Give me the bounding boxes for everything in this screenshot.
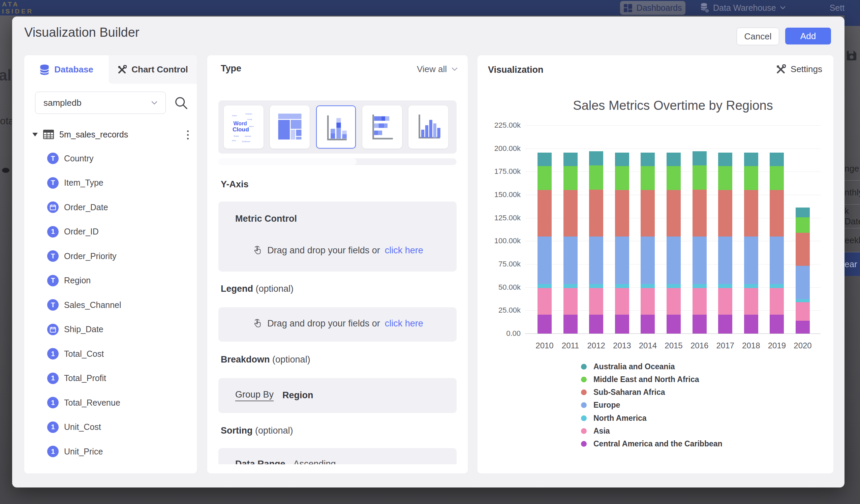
bar-segment-2020 — [796, 217, 810, 232]
field-row-order_id[interactable]: 1Order_ID — [47, 226, 99, 237]
tab-database-label: Database — [54, 64, 94, 75]
search-icon[interactable] — [175, 96, 188, 110]
chart-title: Sales Metrics Overtime by Regions — [521, 98, 825, 113]
bar-segment-2012 — [589, 190, 603, 236]
legend-color-dot — [581, 415, 587, 421]
bar-segment-2011 — [563, 166, 578, 190]
horizontal-scrollbar[interactable] — [218, 158, 457, 165]
bar-segment-2016 — [692, 236, 707, 284]
y-axis-tick-label: 225.00k — [477, 121, 521, 130]
background-menu-item[interactable]: k Date — [845, 204, 860, 228]
nav-data-warehouse[interactable]: Data Warehouse — [700, 0, 786, 15]
table-options-kebab-icon[interactable] — [185, 128, 190, 142]
legend-dropzone[interactable]: Drag and drop your fields or click here — [218, 307, 457, 342]
field-row-ship_date[interactable]: Ship_Date — [47, 324, 103, 335]
app-logo: ATA ISIDER — [2, 1, 33, 15]
chart-type-stacked-column[interactable] — [316, 105, 356, 148]
stacked-bar-icon — [369, 109, 396, 145]
background-menu-item[interactable]: nge — [845, 157, 860, 181]
legend-label: Legend — [221, 284, 253, 294]
bar-segment-2014 — [641, 315, 655, 333]
chevron-down-icon — [151, 101, 157, 105]
database-icon — [40, 64, 49, 75]
date-field-icon — [47, 201, 59, 213]
chart-type-stacked-bar[interactable] — [362, 105, 402, 148]
y-axis-heading: Y-Axis — [221, 179, 249, 190]
bar-segment-2011 — [563, 153, 578, 166]
sorting-direction-label[interactable]: Ascending — [293, 459, 336, 464]
legend-item[interactable]: North America — [581, 412, 647, 424]
caret-down-icon[interactable] — [32, 133, 38, 136]
field-row-order_date[interactable]: Order_Date — [47, 201, 108, 213]
sorting-optional-label: (optional) — [255, 426, 293, 436]
group-by-row[interactable]: Group By Region — [235, 389, 313, 401]
sorting-label: Sorting — [221, 426, 253, 436]
background-menu-item[interactable]: nthly — [845, 181, 860, 204]
legend-item[interactable]: Central America and the Caribbean — [581, 438, 722, 450]
field-row-country[interactable]: TCountry — [47, 153, 94, 164]
field-row-sales_channel[interactable]: TSales_Channel — [47, 299, 121, 311]
field-row-total_cost[interactable]: 1Total_Cost — [47, 348, 104, 359]
field-row-total_profit[interactable]: 1Total_Profit — [47, 373, 106, 384]
field-name: Region — [64, 276, 91, 285]
legend-color-dot — [581, 377, 587, 383]
bar-segment-2018 — [744, 236, 758, 284]
bar-segment-2013 — [615, 166, 629, 190]
bar-segment-2012 — [589, 236, 603, 284]
bar-segment-2020 — [796, 233, 810, 266]
type-section-heading: Type — [221, 63, 241, 74]
gridline — [525, 125, 820, 126]
bar-segment-2012 — [589, 151, 603, 166]
y-axis-tick-label: 75.00k — [477, 260, 521, 269]
field-row-total_revenue[interactable]: 1Total_Revenue — [47, 397, 120, 408]
bar-segment-2018 — [744, 315, 758, 333]
field-row-item_type[interactable]: TItem_Type — [47, 177, 103, 189]
group-by-value[interactable]: Region — [282, 390, 313, 401]
click-here-link[interactable]: click here — [385, 318, 423, 329]
database-select[interactable]: sampledb — [35, 92, 166, 114]
cancel-button[interactable]: Cancel — [737, 28, 779, 45]
tab-database[interactable]: Database — [24, 55, 109, 84]
table-tree-row[interactable]: 5m_sales_records — [32, 127, 128, 142]
view-all-dropdown[interactable]: View all — [417, 64, 458, 74]
bar-segment-2014 — [641, 166, 655, 190]
chart-type-word-cloud[interactable]: WordCloudirwesKelelsnmrsgswnnRckklzwmanp… — [224, 105, 263, 148]
sorting-field-label[interactable]: Data Range — [235, 459, 285, 464]
field-row-region[interactable]: TRegion — [47, 275, 91, 286]
background-menu-item[interactable]: ear — [845, 252, 860, 276]
background-text-fragment: al — [0, 66, 12, 84]
field-row-order_priority[interactable]: TOrder_Priority — [47, 250, 117, 262]
field-name: Order_Date — [64, 202, 108, 212]
tap-hand-icon — [252, 318, 262, 329]
gridline — [525, 333, 820, 334]
sorting-row[interactable]: Data Range Ascending — [235, 459, 336, 464]
chart-settings-button[interactable]: Settings — [776, 64, 822, 74]
field-row-unit_price[interactable]: 1Unit_Price — [47, 446, 103, 457]
group-by-label[interactable]: Group By — [235, 389, 274, 401]
legend-item[interactable]: Europe — [581, 399, 620, 412]
legend-optional-label: (optional) — [256, 284, 294, 294]
histogram-icon — [415, 109, 442, 145]
legend-item[interactable]: Australia and Oceania — [581, 360, 675, 373]
chart-type-treemap[interactable] — [270, 105, 310, 148]
field-row-unit_cost[interactable]: 1Unit_Cost — [47, 421, 101, 433]
save-icon[interactable] — [846, 50, 857, 61]
legend-color-dot — [581, 364, 587, 370]
legend-item[interactable]: Middle East and North Africa — [581, 373, 699, 386]
bar-segment-2020 — [796, 299, 810, 302]
legend-item[interactable]: Asia — [581, 425, 610, 438]
click-here-link[interactable]: click here — [385, 245, 423, 256]
add-button[interactable]: Add — [785, 28, 831, 44]
chart-config-panel: Type View all WordCloudirwesKelelsnmrsgs… — [207, 55, 468, 473]
chart-type-histogram[interactable] — [408, 105, 448, 148]
nav-dashboards[interactable]: Dashboards — [620, 1, 685, 15]
bar-segment-2016 — [692, 284, 707, 288]
bar-segment-2017 — [718, 190, 732, 236]
legend-item[interactable]: Sub-Saharan Africa — [581, 386, 665, 399]
bar-segment-2015 — [666, 288, 681, 314]
tab-chart-control[interactable]: Chart Control — [109, 55, 197, 84]
svg-text:irwes: irwes — [232, 114, 237, 117]
background-menu-item[interactable]: eekly — [845, 228, 860, 252]
metric-control-dropzone[interactable]: Metric Control Drag and drop your fields… — [218, 201, 457, 272]
legend-item-label: Middle East and North Africa — [593, 375, 699, 384]
